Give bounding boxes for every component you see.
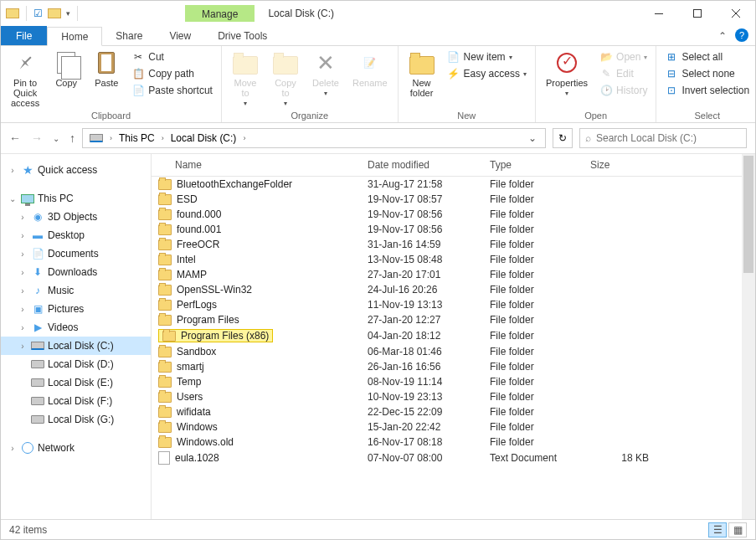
file-tab[interactable]: File [1,26,47,45]
help-icon[interactable]: ? [735,28,748,42]
share-tab[interactable]: Share [102,26,156,45]
chevron-right-icon[interactable]: › [18,268,28,277]
drive-tools-tab[interactable]: Drive Tools [204,26,280,45]
back-button[interactable]: ← [9,131,21,145]
chevron-right-icon[interactable]: › [18,323,28,332]
file-row[interactable]: eula.102807-Nov-07 08:00Text Document18 … [152,450,755,466]
scrollbar[interactable] [742,154,755,519]
file-row[interactable]: Windows15-Jan-20 22:42File folder [152,419,755,435]
file-row[interactable]: PerfLogs11-Nov-19 13:13File folder [152,297,755,312]
chevron-right-icon[interactable]: › [18,231,28,240]
chevron-right-icon[interactable]: › [18,342,28,351]
tree-quick-access[interactable]: ›★Quick access [1,161,151,179]
rename-button[interactable]: 📝 Rename [347,48,393,90]
open-button[interactable]: 📂Open ▾ [596,49,651,64]
chevron-right-icon[interactable]: › [18,213,28,222]
chevron-right-icon[interactable]: › [18,249,28,259]
search-input[interactable] [596,132,741,144]
tree-downloads[interactable]: ›⬇Downloads [1,263,151,281]
file-row[interactable]: BluetoothExchangeFolder31-Aug-17 21:58Fi… [152,177,755,192]
chevron-right-icon[interactable]: › [243,134,245,142]
history-button[interactable]: 🕑History [596,83,651,98]
address-dropdown-icon[interactable]: ⌄ [523,132,542,144]
qat-properties-icon[interactable]: ☑ [33,8,43,19]
properties-button[interactable]: Properties ▾ [541,48,593,99]
tree-drive-e[interactable]: Local Disk (E:) [1,373,151,392]
easy-access-button[interactable]: ⚡Easy access ▾ [444,66,530,81]
invert-selection-button[interactable]: ⊡Invert selection [661,83,753,98]
file-row[interactable]: smartj26-Jan-16 16:56File folder [152,359,755,374]
large-icons-view-button[interactable]: ▦ [728,522,747,537]
tree-3d-objects[interactable]: ›◉3D Objects [1,208,151,226]
close-button[interactable] [717,1,755,26]
file-row[interactable]: OpenSSL-Win3224-Jul-16 20:26File folder [152,282,755,297]
column-header-date[interactable]: Date modified [368,159,490,171]
tree-drive-c[interactable]: ›Local Disk (C:) [1,337,151,355]
chevron-right-icon[interactable]: › [162,134,164,142]
forward-button[interactable]: → [31,131,43,145]
chevron-right-icon[interactable]: › [110,134,112,142]
details-view-button[interactable]: ☰ [708,522,727,537]
tree-music[interactable]: ›♪Music [1,281,151,300]
maximize-button[interactable] [678,1,717,26]
file-row[interactable]: Program Files (x86)04-Jan-20 18:12File f… [152,327,755,344]
view-tab[interactable]: View [156,26,204,45]
file-row[interactable]: wifidata22-Dec-15 22:09File folder [152,404,755,419]
collapse-ribbon-icon[interactable]: ⌃ [713,26,732,45]
file-row[interactable]: MAMP27-Jan-20 17:01File folder [152,267,755,282]
paste-shortcut-button[interactable]: 📄Paste shortcut [128,83,216,98]
new-item-button[interactable]: 📄New item ▾ [444,49,530,64]
home-tab[interactable]: Home [47,27,102,46]
cut-button[interactable]: ✂Cut [128,49,216,64]
file-list[interactable]: BluetoothExchangeFolder31-Aug-17 21:58Fi… [152,177,755,519]
select-all-button[interactable]: ⊞Select all [661,49,753,64]
pin-to-quick-access-button[interactable]: Pin to Quick access [6,48,44,110]
tree-desktop[interactable]: ›▬Desktop [1,226,151,244]
breadcrumb-this-pc[interactable]: This PC [116,132,158,144]
file-row[interactable]: Intel13-Nov-15 08:48File folder [152,252,755,267]
column-header-type[interactable]: Type [490,159,590,171]
breadcrumb-drive[interactable]: Local Disk (C:) [167,132,240,144]
file-row[interactable]: found.00019-Nov-17 08:56File folder [152,207,755,222]
tree-network[interactable]: ›Network [1,439,151,457]
tree-documents[interactable]: ›📄Documents [1,244,151,263]
column-header-name[interactable]: Name [152,159,368,171]
column-header-size[interactable]: Size [590,159,657,171]
up-button[interactable]: ↑ [69,131,75,145]
file-row[interactable]: Sandbox06-Mar-18 01:46File folder [152,344,755,359]
tree-drive-f[interactable]: Local Disk (F:) [1,392,151,410]
move-to-button[interactable]: Move to ▾ [227,48,264,109]
tree-this-pc[interactable]: ⌄This PC [1,189,151,208]
file-row[interactable]: Program Files27-Jan-20 12:27File folder [152,312,755,327]
select-none-button[interactable]: ⊟Select none [661,66,753,81]
copy-to-button[interactable]: Copy to ▾ [267,48,304,109]
address-bar[interactable]: › This PC › Local Disk (C:) › ⌄ [82,128,546,148]
tree-videos[interactable]: ›▶Videos [1,318,151,337]
minimize-button[interactable] [640,1,678,26]
file-row[interactable]: Windows.old16-Nov-17 08:18File folder [152,435,755,450]
file-row[interactable]: ESD19-Nov-17 08:57File folder [152,192,755,207]
chevron-right-icon[interactable]: › [18,305,28,314]
file-row[interactable]: FreeOCR31-Jan-16 14:59File folder [152,237,755,252]
qat-newfolder-icon[interactable] [48,8,61,18]
refresh-button[interactable]: ↻ [553,128,573,148]
navigation-pane[interactable]: ›★Quick access ⌄This PC ›◉3D Objects ›▬D… [1,154,152,519]
copy-button[interactable]: Copy [48,48,85,90]
file-row[interactable]: found.00119-Nov-17 08:56File folder [152,222,755,237]
paste-button[interactable]: Paste [88,48,125,90]
new-folder-button[interactable]: New folder [404,48,440,100]
delete-button[interactable]: ✕ Delete ▾ [307,48,344,99]
qat-dropdown-icon[interactable]: ▾ [66,9,70,18]
search-box[interactable]: ⌕ [579,128,747,148]
chevron-right-icon[interactable]: › [8,444,18,453]
tree-drive-g[interactable]: Local Disk (G:) [1,410,151,429]
chevron-right-icon[interactable]: › [18,286,28,296]
chevron-down-icon[interactable]: ⌄ [8,194,18,203]
chevron-right-icon[interactable]: › [8,166,18,175]
copy-path-button[interactable]: 📋Copy path [128,66,216,81]
file-row[interactable]: Users10-Nov-19 23:13File folder [152,389,755,404]
tree-drive-d[interactable]: Local Disk (D:) [1,355,151,373]
file-row[interactable]: Temp08-Nov-19 11:14File folder [152,374,755,389]
scrollbar-thumb[interactable] [743,156,753,273]
recent-locations-icon[interactable]: ⌄ [53,134,59,143]
